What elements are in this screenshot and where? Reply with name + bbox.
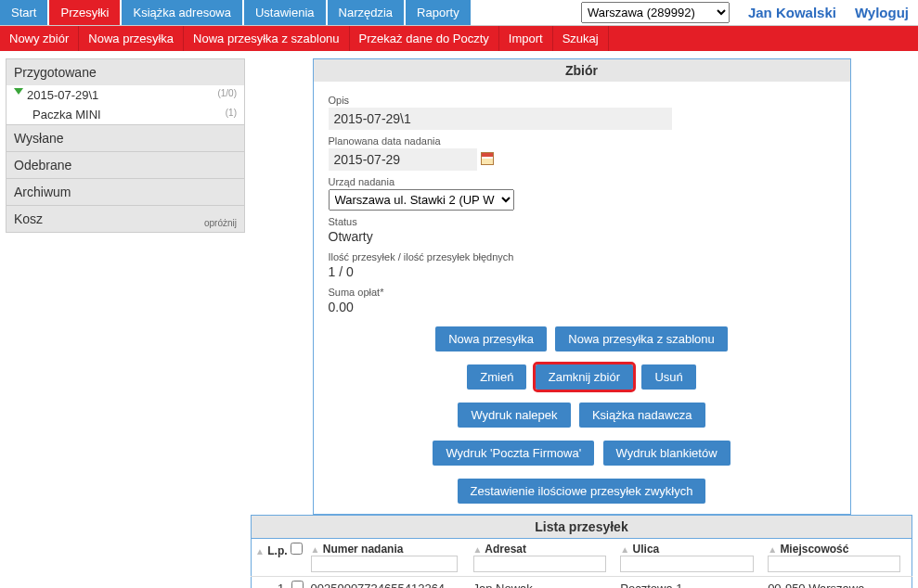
select-all-checkbox[interactable] xyxy=(291,543,303,555)
sidebar: Przygotowane 2015-07-29\1 (1/0) Paczka M… xyxy=(6,58,245,588)
filter-miejscowosc[interactable] xyxy=(768,556,900,572)
button-row-2: Zmień Zamknij zbiór Usuń xyxy=(329,362,835,392)
sidebar-header-przygotowane[interactable]: Przygotowane xyxy=(6,59,244,85)
button-row-5: Zestawienie ilościowe przesyłek zwykłych xyxy=(329,476,835,506)
row-checkbox[interactable] xyxy=(291,581,304,588)
col-ulica[interactable]: ▲ Ulica xyxy=(616,539,764,577)
topbar: Start Przesyłki Książka adresowa Ustawie… xyxy=(0,0,918,26)
sidebar-item-count: (1/0) xyxy=(217,88,237,102)
sidebar-header-wyslane[interactable]: Wysłane xyxy=(6,124,244,151)
col-ulica-label: Ulica xyxy=(633,543,660,556)
sub-nowa-przesylka[interactable]: Nowa przesyłka xyxy=(79,26,184,51)
expand-icon[interactable] xyxy=(14,88,23,95)
tab-raporty[interactable]: Raporty xyxy=(406,0,471,25)
filter-ulica[interactable] xyxy=(620,556,753,572)
table-row[interactable]: 1. 00259007734655412264 Jan Nowak Poczto… xyxy=(252,577,912,589)
sidebar-header-archiwum[interactable]: Archiwum xyxy=(6,178,244,205)
col-numer[interactable]: ▲ Numer nadania xyxy=(307,539,470,577)
zestawienie-button[interactable]: Zestawienie ilościowe przesyłek zwykłych xyxy=(458,479,706,504)
lista-table: ▲ L.p. ▲ Numer nadania ▲ Adresat xyxy=(251,538,912,588)
calendar-icon[interactable] xyxy=(481,152,494,165)
status-label: Status xyxy=(329,216,835,227)
sub-nowy-zbior[interactable]: Nowy zbiór xyxy=(0,26,79,51)
zbior-panel-body: Opis 2015-07-29\1 Planowana data nadania… xyxy=(314,82,850,514)
filter-adresat[interactable] xyxy=(473,556,606,572)
urzad-select[interactable]: Warszawa ul. Stawki 2 (UP W xyxy=(329,189,514,211)
cell-lp: 1. xyxy=(278,582,288,588)
subbar: Nowy zbiór Nowa przesyłka Nowa przesyłka… xyxy=(0,26,918,51)
main: Zbiór Opis 2015-07-29\1 Planowana data n… xyxy=(245,58,918,588)
sidebar-item-paczka[interactable]: Paczka MINI (1) xyxy=(6,105,244,124)
zbior-panel: Zbiór Opis 2015-07-29\1 Planowana data n… xyxy=(313,58,851,515)
zamknij-zbior-button[interactable]: Zamknij zbiór xyxy=(536,364,633,390)
tab-ksiazka-adresowa[interactable]: Książka adresowa xyxy=(122,0,242,25)
topbar-right: Warszawa (289992) Jan Kowalski Wyloguj xyxy=(581,2,918,23)
opis-value: 2015-07-29\1 xyxy=(329,108,672,130)
sort-icon[interactable]: ▲ xyxy=(255,546,265,556)
wydruk-poczta-firmowa-button[interactable]: Wydruk 'Poczta Firmowa' xyxy=(433,441,594,466)
sidebar-item-label: Paczka MINI xyxy=(32,108,101,121)
empty-trash-link[interactable]: opróżnij xyxy=(204,218,237,228)
col-lp-label: L.p. xyxy=(267,544,287,557)
cell-ulica: Pocztowa 1 xyxy=(616,577,764,589)
sidebar-header-odebrane[interactable]: Odebrane xyxy=(6,151,244,178)
sidebar-section: Przygotowane 2015-07-29\1 (1/0) Paczka M… xyxy=(6,58,245,233)
user-name: Jan Kowalski xyxy=(748,5,836,20)
col-miejscowosc-label: Miejscowość xyxy=(780,543,848,556)
cell-adresat: Jan Nowak xyxy=(470,577,617,589)
wydruk-blankietow-button[interactable]: Wydruk blankietów xyxy=(603,441,731,466)
zbior-panel-header: Zbiór xyxy=(314,59,850,82)
main-tabs: Start Przesyłki Książka adresowa Ustawie… xyxy=(0,0,472,25)
sub-przekaz-dane[interactable]: Przekaż dane do Poczty xyxy=(350,26,499,51)
sub-import[interactable]: Import xyxy=(499,26,553,51)
tab-start[interactable]: Start xyxy=(0,0,47,25)
content: Przygotowane 2015-07-29\1 (1/0) Paczka M… xyxy=(0,58,918,588)
sidebar-header-kosz[interactable]: Kosz opróżnij xyxy=(6,205,244,232)
zmien-button[interactable]: Zmień xyxy=(467,364,526,390)
nowa-przesylka-button[interactable]: Nowa przesyłka xyxy=(435,326,547,352)
button-row-3: Wydruk nalepek Książka nadawcza xyxy=(329,400,835,430)
sidebar-header-kosz-label: Kosz xyxy=(14,211,43,226)
button-row-1: Nowa przesyłka Nowa przesyłka z szablonu xyxy=(329,324,835,354)
ksiazka-nadawcza-button[interactable]: Książka nadawcza xyxy=(579,403,705,428)
tab-przesylki[interactable]: Przesyłki xyxy=(49,0,120,25)
col-adresat[interactable]: ▲ Adresat xyxy=(470,539,617,577)
sort-icon[interactable]: ▲ xyxy=(473,544,483,555)
ilosc-label: Ilość przesyłek / ilość przesyłek błędny… xyxy=(329,251,835,262)
filter-numer[interactable] xyxy=(311,556,459,572)
usun-button[interactable]: Usuń xyxy=(641,364,695,390)
urzad-label: Urząd nadania xyxy=(329,176,835,187)
lista-header: Lista przesyłek xyxy=(251,515,912,538)
sub-nowa-przesylka-szablon[interactable]: Nowa przesyłka z szablonu xyxy=(184,26,350,51)
sub-szukaj[interactable]: Szukaj xyxy=(553,26,609,51)
sidebar-item-count: (1) xyxy=(226,108,237,121)
cell-numer: 00259007734655412264 xyxy=(307,577,470,589)
suma-label: Suma opłat* xyxy=(329,287,835,298)
suma-value: 0.00 xyxy=(329,298,835,316)
tab-narzedzia[interactable]: Narzędzia xyxy=(328,0,405,25)
status-value: Otwarty xyxy=(329,227,835,246)
opis-label: Opis xyxy=(329,95,835,106)
wydruk-nalepek-button[interactable]: Wydruk nalepek xyxy=(458,403,570,428)
col-miejscowosc[interactable]: ▲ Miejscowość xyxy=(764,539,912,577)
data-label: Planowana data nadania xyxy=(329,135,835,147)
data-value: 2015-07-29 xyxy=(329,148,477,171)
sidebar-item-label: 2015-07-29\1 xyxy=(27,88,98,102)
tab-ustawienia[interactable]: Ustawienia xyxy=(244,0,326,25)
sidebar-item-zbior[interactable]: 2015-07-29\1 (1/0) xyxy=(6,85,244,105)
col-adresat-label: Adresat xyxy=(485,543,526,556)
sort-icon[interactable]: ▲ xyxy=(311,544,320,555)
ilosc-value: 1 / 0 xyxy=(329,262,835,281)
sort-icon[interactable]: ▲ xyxy=(620,544,629,555)
col-lp[interactable]: ▲ L.p. xyxy=(252,539,307,577)
cell-miejscowosc: 00-950 Warszawa xyxy=(764,577,912,589)
col-numer-label: Numer nadania xyxy=(323,543,404,556)
button-row-4: Wydruk 'Poczta Firmowa' Wydruk blankietó… xyxy=(329,438,835,468)
logout-link[interactable]: Wyloguj xyxy=(855,5,909,20)
nowa-przesylka-szablon-button[interactable]: Nowa przesyłka z szablonu xyxy=(555,326,728,352)
location-select[interactable]: Warszawa (289992) xyxy=(581,2,730,23)
sort-icon[interactable]: ▲ xyxy=(768,544,777,555)
